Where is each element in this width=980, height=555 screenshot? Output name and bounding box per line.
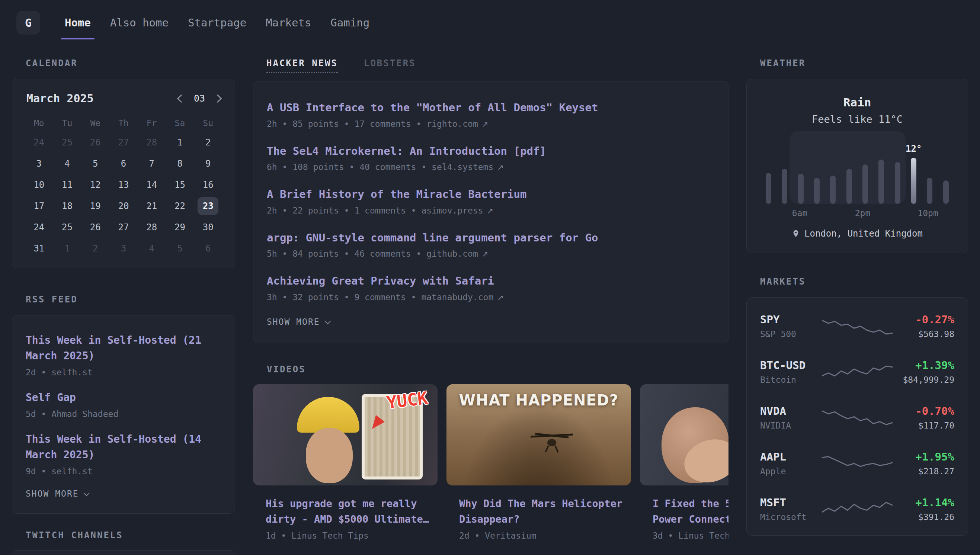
calendar-day: 14 <box>138 174 166 195</box>
market-name: S&P 500 <box>760 329 822 339</box>
left-column: CALENDAR March 2025 03 MoTuWeThFrSaSu 24… <box>12 58 235 555</box>
news-item-title[interactable]: argp: GNU-style command line argument pa… <box>267 230 715 245</box>
weather-time-label <box>776 208 792 218</box>
video-title[interactable]: Why Did The Mars Helicopter Disappear? <box>446 496 631 527</box>
news-item-title[interactable]: A USB Interface to the "Mother of All De… <box>267 100 715 115</box>
calendar-day: 31 <box>25 238 53 259</box>
news-item-title[interactable]: A Brief History of the Miracle Bacterium <box>267 187 715 202</box>
market-name: Apple <box>760 467 822 476</box>
rss-item: This Week in Self-Hosted (14 March 2025)… <box>26 431 221 476</box>
sparkline-chart <box>822 361 893 383</box>
calendar-day: 26 <box>81 217 109 238</box>
videos-row: YUCK His upgrade got me really dirty - A… <box>253 384 728 541</box>
nav-tab-markets[interactable]: Markets <box>256 0 321 45</box>
market-symbol: SPY <box>760 313 822 326</box>
hard-hat-shape <box>297 397 359 433</box>
calendar-day: 18 <box>53 195 82 217</box>
nav-tab-gaming[interactable]: Gaming <box>321 0 379 45</box>
nav-tab-also-home[interactable]: Also home <box>101 0 178 45</box>
video-meta: 1d • Linus Tech Tips <box>253 531 438 541</box>
rss-item-title[interactable]: This Week in Self-Hosted (21 March 2025) <box>26 332 221 364</box>
weather-hourly-chart: 12° <box>760 137 954 204</box>
calendar-day: 4 <box>138 238 166 259</box>
weather-hour-bar <box>943 180 949 204</box>
dashboard-columns: CALENDAR March 2025 03 MoTuWeThFrSaSu 24… <box>0 58 980 555</box>
calendar-day: 29 <box>166 217 194 238</box>
weather-time-label: 2pm <box>855 208 870 218</box>
sparkline-chart <box>822 453 893 474</box>
twitch-section-header: TWITCH CHANNELS <box>26 530 235 541</box>
calendar-day: 19 <box>81 195 109 217</box>
calendar-day: 9 <box>194 153 222 174</box>
video-thumbnail[interactable]: DO T <box>640 384 728 486</box>
market-name: Bitcoin <box>760 375 822 385</box>
calendar-day: 6 <box>194 238 222 259</box>
face-shape <box>306 428 353 483</box>
thumbnail-overlay-text: WHAT HAPPENED? <box>446 392 631 409</box>
rss-item: This Week in Self-Hosted (21 March 2025)… <box>26 332 221 377</box>
calendar-day: 10 <box>25 174 53 195</box>
video-card[interactable]: DO T I Fixed the 5 Power Connect 3d • Li… <box>640 384 728 541</box>
nav-tab-startpage[interactable]: Startpage <box>178 0 256 45</box>
video-meta: 3d • Linus Tech Tips <box>640 531 728 541</box>
rss-show-more-button[interactable]: SHOW MORE <box>26 489 221 499</box>
tab-lobsters[interactable]: LOBSTERS <box>364 58 416 73</box>
weather-time-label <box>938 208 954 218</box>
rss-item-title[interactable]: This Week in Self-Hosted (14 March 2025) <box>26 431 221 463</box>
calendar-prev-icon[interactable] <box>177 94 186 103</box>
calendar-day: 24 <box>25 217 53 238</box>
market-name: Microsoft <box>760 512 822 522</box>
news-item: The SeL4 Microkernel: An Introduction [p… <box>267 144 715 172</box>
news-show-more-button[interactable]: SHOW MORE <box>267 317 715 327</box>
market-change: +1.14% <box>893 496 954 509</box>
markets-section-header: MARKETS <box>760 276 968 287</box>
video-thumbnail[interactable]: YUCK <box>253 384 438 486</box>
markets-widget: SPY S&P 500 -0.27% $563.98 BTC-USD Bitco… <box>746 297 968 536</box>
weather-bars <box>760 137 954 204</box>
rss-section-header: RSS FEED <box>26 294 235 305</box>
video-card[interactable]: YUCK His upgrade got me really dirty - A… <box>253 384 438 541</box>
calendar-next-icon[interactable] <box>213 94 222 103</box>
video-thumbnail[interactable]: WHAT HAPPENED? <box>446 384 631 486</box>
calendar-day: 21 <box>138 195 166 217</box>
weather-hour-bar <box>863 164 868 204</box>
news-item-title[interactable]: The SeL4 Microkernel: An Introduction [p… <box>267 144 715 159</box>
weekday-label: Sa <box>166 115 194 132</box>
news-item: A Brief History of the Miracle Bacterium… <box>267 187 715 215</box>
market-row[interactable]: NVDA NVIDIA -0.70% $117.70 <box>760 405 954 430</box>
market-change: +1.95% <box>893 451 954 463</box>
calendar-day: 8 <box>166 153 194 174</box>
news-item-meta: 5h • 84 points • 46 comments • github.co… <box>267 249 715 258</box>
weather-time-label <box>823 208 839 218</box>
navbar: G Home Also home Startpage Markets Gamin… <box>0 0 980 45</box>
calendar-day: 27 <box>109 217 138 238</box>
market-price: $218.27 <box>893 467 954 476</box>
show-more-label: SHOW MORE <box>267 317 320 327</box>
video-meta: 2d • Veritasium <box>446 531 631 541</box>
market-row[interactable]: MSFT Microsoft +1.14% $391.26 <box>760 496 954 522</box>
calendar-day: 5 <box>81 153 109 174</box>
news-item-title[interactable]: Achieving Great Privacy with Safari <box>267 273 715 289</box>
rss-item: Self Gap 5d • Ahmad Shadeed <box>26 390 221 419</box>
video-title[interactable]: I Fixed the 5 Power Connect <box>640 496 728 527</box>
market-symbol: MSFT <box>760 496 822 509</box>
sparkline-chart <box>822 316 893 337</box>
app-logo[interactable]: G <box>16 11 40 35</box>
video-card[interactable]: WHAT HAPPENED? Why Did The Mars Helicopt… <box>446 384 631 541</box>
sparkline-chart <box>822 407 893 428</box>
weekday-label: Th <box>109 115 138 132</box>
rss-item-title[interactable]: Self Gap <box>26 390 221 406</box>
market-row[interactable]: SPY S&P 500 -0.27% $563.98 <box>760 313 954 339</box>
external-link-icon: ↗ <box>487 207 494 215</box>
tab-hacker-news[interactable]: HACKER NEWS <box>266 58 338 73</box>
calendar-day: 30 <box>194 217 222 238</box>
weather-time-labels: 6am2pm10pm <box>760 208 954 218</box>
calendar-day: 2 <box>81 238 109 259</box>
news-item-meta: 6h • 108 points • 40 comments • sel4.sys… <box>267 162 715 172</box>
market-row[interactable]: AAPL Apple +1.95% $218.27 <box>760 451 954 476</box>
external-link-icon: ↗ <box>497 293 504 302</box>
nav-tab-home[interactable]: Home <box>55 0 101 45</box>
video-title[interactable]: His upgrade got me really dirty - AMD $5… <box>253 496 438 527</box>
market-row[interactable]: BTC-USD Bitcoin +1.39% $84,999.29 <box>760 359 954 385</box>
calendar-day: 24 <box>25 132 53 153</box>
